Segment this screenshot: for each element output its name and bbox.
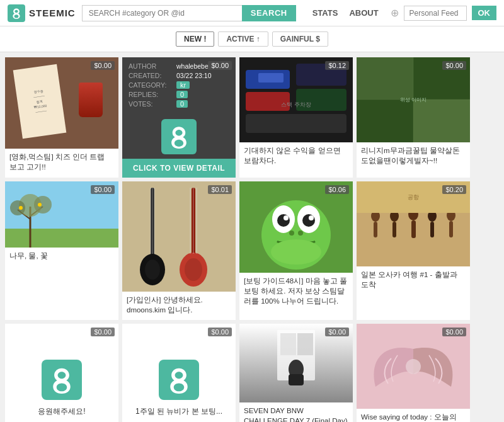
card-title: Wise saying of today : 오늘의 명언	[357, 409, 470, 422]
cup-art	[79, 83, 103, 117]
overlay-label-created: CREATED:	[129, 72, 173, 79]
receipt-paper-art: 영수증─────합계₩12,000─────	[13, 64, 67, 139]
card-cars[interactable]: 스택 주차장 $0.12 기대하지 않은 수익을 얻으면 보람차다.	[239, 57, 353, 178]
svg-point-43	[277, 214, 290, 227]
card-image-airport: 공항	[357, 181, 470, 266]
card-pepe[interactable]: $0.06 [보팅 가이드48시] 마음 놓고 풀보팅 하세요. 저자 보상 스…	[239, 181, 353, 320]
card-title: 일본 오사카 여행 #1 - 출발과 도착	[357, 266, 470, 295]
svg-point-25	[38, 203, 42, 207]
card-image-wings	[357, 324, 470, 409]
svg-point-49	[298, 231, 303, 236]
tab-new[interactable]: NEW !	[176, 31, 214, 47]
svg-text:스택 주차장: 스택 주차장	[281, 101, 311, 108]
overlay-tag-category: kr	[176, 81, 190, 89]
svg-text:위성 이미지: 위성 이미지	[400, 97, 427, 103]
svg-rect-26	[122, 181, 236, 292]
guitar-art-svg	[122, 181, 236, 292]
nav-links: STATS ABOUT	[312, 8, 379, 18]
svg-rect-53	[374, 222, 377, 237]
steemic-logo-icon	[8, 4, 25, 22]
personal-feed-input[interactable]	[404, 6, 467, 21]
logo-card-svg-2	[165, 366, 193, 394]
logo-svg	[11, 8, 22, 19]
overlay-label-category: CATEGORY:	[129, 81, 173, 89]
svg-point-46	[309, 215, 314, 220]
svg-point-32	[185, 258, 202, 281]
card-image-receipt: 영수증─────합계₩12,000─────	[5, 57, 118, 149]
card-image-guitars	[122, 181, 236, 292]
nav-stats[interactable]: STATS	[312, 8, 338, 18]
airport-art-svg: 공항	[357, 181, 470, 266]
main-grid: 영수증─────합계₩12,000───── $0.00 [영화,먹스팀] 치즈…	[0, 52, 504, 422]
card-receipt[interactable]: 영수증─────합계₩12,000───── $0.00 [영화,먹스팀] 치즈…	[5, 57, 118, 178]
tab-gainful[interactable]: GAINFUL $	[272, 31, 328, 47]
search-area: SEARCH	[82, 5, 296, 21]
card-title: [영화,먹스팀] 치즈 인더 트랩 보고 고기!!	[5, 149, 118, 177]
svg-rect-59	[430, 222, 434, 237]
overlay-row-replies: REPLIES: 0	[129, 91, 229, 98]
card-title: 나무, 물, 꽃	[5, 248, 118, 266]
card-airport[interactable]: 공항 $0.20 일본 오사카 여행 #1 - 출발과 도착	[357, 181, 470, 320]
card-title: SEVEN DAY BNW CHALLENGE DAY 7 (Final Day…	[239, 402, 353, 422]
overlay-value-author: whalebebe	[176, 62, 209, 70]
tabs-bar: NEW ! ACTIVE ↑ GAINFUL $	[0, 26, 504, 52]
overlay-label-replies: REPLIES:	[129, 91, 173, 98]
logo-area: STEEMIC	[8, 4, 76, 22]
price-badge: $0.00	[442, 61, 466, 70]
search-input[interactable]	[82, 5, 242, 21]
overlay-num-votes: 0	[176, 100, 188, 108]
svg-point-24	[19, 206, 23, 210]
overlay-num-replies: 0	[176, 91, 188, 98]
logo-card-icon	[42, 360, 82, 400]
svg-rect-61	[449, 221, 453, 237]
svg-rect-9	[357, 57, 413, 100]
card-wings[interactable]: $0.00 Wise saying of today : 오늘의 명언	[357, 324, 470, 422]
svg-rect-6	[246, 114, 346, 133]
svg-point-23	[34, 196, 52, 214]
price-badge: $0.00	[208, 328, 232, 336]
overlay-logo	[161, 119, 197, 154]
overlay-row-created: CREATED: 03/22 23:10	[129, 72, 229, 79]
card-logo-newbie[interactable]: $0.00 1주일 된 뉴비가 본 보팅...	[122, 324, 236, 422]
card-bnw[interactable]: $0.00 SEVEN DAY BNW CHALLENGE DAY 7 (Fin…	[239, 324, 353, 422]
overlay-label-author: AUTHOR	[129, 62, 173, 70]
card-logo-support[interactable]: $0.00 응원해주세요!	[5, 324, 118, 422]
price-badge: $0.06	[325, 185, 349, 194]
price-badge: $0.00	[91, 61, 115, 70]
overlay-logo-svg	[167, 125, 191, 149]
tab-active[interactable]: ACTIVE ↑	[218, 31, 268, 47]
svg-text:공항: 공항	[408, 194, 419, 200]
card-title: 기대하지 않은 수익을 얻으면 보람차다.	[239, 142, 353, 171]
svg-rect-12	[413, 100, 470, 142]
card-overlay[interactable]: $0.00 AUTHOR whalebebe CREATED: 03/22 23…	[122, 57, 236, 178]
logo-card-icon-2	[159, 360, 199, 400]
svg-rect-69	[289, 374, 304, 385]
svg-rect-66	[280, 333, 296, 355]
svg-point-48	[289, 231, 294, 236]
price-badge: $0.00	[91, 328, 115, 336]
svg-rect-17	[5, 229, 118, 248]
ok-button[interactable]: OK	[472, 6, 497, 20]
svg-point-47	[271, 239, 321, 265]
svg-rect-11	[357, 100, 413, 142]
search-button[interactable]: SEARCH	[242, 5, 296, 21]
view-detail-button[interactable]: CLICK TO VIEW DETAIL	[122, 159, 236, 178]
logo-card-svg	[48, 366, 76, 394]
card-satellite[interactable]: 위성 이미지 $0.00 리니지m무과금꿀팁 물약살돈도없을땐이렇게빌자~!!	[357, 57, 470, 178]
svg-point-29	[145, 259, 160, 280]
overlay-logo-area	[122, 115, 236, 159]
card-title: 1주일 된 뉴비가 본 보팅...	[132, 406, 226, 422]
svg-point-44	[302, 214, 315, 227]
globe-icon: ⊕	[391, 7, 399, 19]
price-badge: $0.20	[442, 185, 466, 194]
overlay-label-votes: VOTES:	[129, 100, 173, 108]
overlay-value-created: 03/22 23:10	[176, 72, 211, 79]
svg-point-22	[10, 200, 25, 215]
price-badge: $0.00	[325, 328, 349, 336]
pepe-art-svg	[239, 181, 353, 273]
card-flowers[interactable]: $0.00 나무, 물, 꽃	[5, 181, 118, 320]
card-title: [가입인사] 안녕하세요. dmoons.kim 입니다.	[122, 292, 236, 320]
nav-about[interactable]: ABOUT	[349, 8, 378, 18]
price-badge: $0.00	[91, 185, 115, 194]
card-guitars[interactable]: $0.01 [가입인사] 안녕하세요. dmoons.kim 입니다.	[122, 181, 236, 320]
